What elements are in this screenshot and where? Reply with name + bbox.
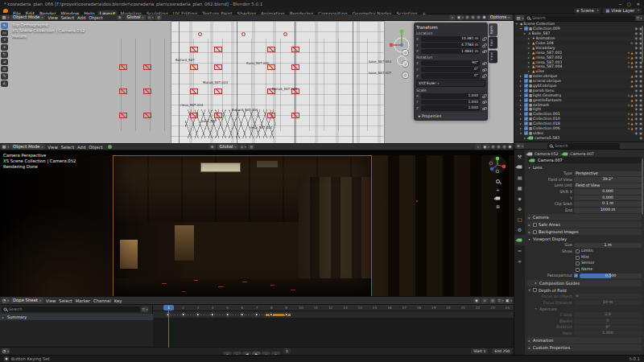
orientation-globe-icon[interactable]: ⊕: [117, 14, 123, 20]
checkbox-checked[interactable]: ✓: [524, 27, 528, 31]
value-blades[interactable]: 0: [574, 319, 642, 324]
menu-view[interactable]: View: [46, 15, 60, 20]
data-name-field[interactable]: Camera.007: [527, 157, 642, 163]
lock-icon[interactable]: [482, 69, 485, 72]
hide-viewport-icon[interactable]: ◉: [634, 27, 638, 31]
proportional-edit-icon[interactable]: ◎: [248, 144, 254, 150]
menu-add[interactable]: Add: [76, 15, 87, 20]
scale-x-field[interactable]: 1.000: [421, 93, 480, 99]
hide-viewport-icon[interactable]: ◉: [634, 117, 638, 121]
expand-icon[interactable]: ▸: [520, 117, 523, 121]
frame-start-field[interactable]: Start 1: [471, 348, 488, 354]
slider-passepartout[interactable]: 0.500: [580, 274, 642, 279]
checkbox-checked[interactable]: ✓: [524, 103, 528, 107]
checkbox-checked[interactable]: ✓: [524, 117, 528, 121]
value-y[interactable]: 0.000: [574, 195, 642, 201]
snap-magnet-icon[interactable]: ∪: [240, 144, 246, 150]
value-end[interactable]: 1000 m: [574, 208, 642, 213]
disable-render-icon[interactable]: ▣: [639, 126, 642, 130]
hide-viewport-icon[interactable]: ◉: [634, 69, 638, 73]
dope-sheet-mode-dropdown[interactable]: Dope Sheet: [10, 298, 43, 303]
properties-tab-constraints[interactable]: ∞: [514, 256, 525, 266]
editor-type-icon[interactable]: ≡: [516, 143, 524, 149]
expand-icon[interactable]: ▸: [528, 36, 531, 40]
material-preview-icon[interactable]: [108, 145, 112, 149]
value-clip-start[interactable]: 0.1 m: [574, 201, 642, 207]
shading-wireframe-icon[interactable]: [465, 15, 469, 19]
view-options-icon[interactable]: ▣: [506, 298, 512, 303]
transform-panel-title[interactable]: Transform: [416, 25, 485, 30]
editor-type-icon[interactable]: ▤: [516, 15, 524, 21]
outliner-scrollbar[interactable]: [642, 26, 643, 63]
checkbox-checked[interactable]: ✓: [524, 126, 528, 130]
pan-icon[interactable]: +: [496, 187, 500, 192]
lock-icon[interactable]: [482, 76, 485, 78]
outliner-row-camera5-583[interactable]: ▸camera5.583◉: [514, 135, 644, 140]
disable-render-icon[interactable]: ▣: [639, 79, 642, 83]
editor-type-icon[interactable]: ◔: [2, 298, 10, 303]
checkbox-checked[interactable]: ✓: [524, 88, 528, 93]
disable-render-icon[interactable]: ▣: [639, 88, 642, 93]
tool-cursor[interactable]: ⌖: [1, 37, 8, 43]
close-button[interactable]: ✕: [637, 2, 640, 6]
timeline-editor-icon[interactable]: ◔: [2, 348, 10, 354]
breadcrumb-data[interactable]: Camera.007: [570, 152, 594, 156]
snap-magnet-icon[interactable]: ∪: [147, 14, 154, 20]
expand-icon[interactable]: ▸: [520, 112, 523, 116]
viewport-top-orthographic[interactable]: ▦ Object Mode ViewSelectAddObject ⊕ Glob…: [0, 14, 514, 143]
checkbox-checked[interactable]: ✓: [524, 107, 528, 111]
editor-type-icon[interactable]: ▦: [2, 144, 10, 150]
tool-scale[interactable]: ⊿: [1, 59, 8, 65]
hide-viewport-icon[interactable]: ◉: [634, 46, 638, 50]
dropdown-type[interactable]: Perspective: [574, 171, 642, 177]
expand-icon[interactable]: ▸: [524, 31, 527, 35]
tool-move[interactable]: +: [1, 44, 8, 51]
hide-viewport-icon[interactable]: ◉: [634, 112, 638, 116]
tool-select-box[interactable]: ▭: [1, 30, 8, 36]
transform-orientation-dropdown[interactable]: Global: [125, 14, 147, 20]
orientation-globe-icon[interactable]: ⊕: [209, 144, 216, 150]
maximize-button[interactable]: ▢: [627, 2, 631, 6]
expand-icon[interactable]: ▸: [520, 93, 523, 97]
panel-camera[interactable]: ▸Camera: [527, 214, 642, 220]
expand-icon[interactable]: ▸: [520, 79, 523, 83]
lamp-widget[interactable]: [402, 72, 408, 78]
menu-channel[interactable]: Channel: [92, 298, 113, 303]
mode-dropdown[interactable]: Object Mode: [10, 14, 45, 20]
checkbox-unchecked[interactable]: [576, 249, 580, 253]
playhead-frame-label[interactable]: 1: [163, 305, 174, 311]
properties-tab-scene[interactable]: ◈: [514, 193, 525, 204]
checkbox-unchecked[interactable]: [533, 288, 537, 292]
tool-tweak[interactable]: ↖: [1, 23, 8, 29]
checkbox-unchecked[interactable]: [576, 268, 580, 272]
panel-depth-of-field[interactable]: ▾Depth of Field: [527, 287, 642, 294]
panel-lens[interactable]: ▾Lens: [527, 164, 642, 171]
perspective-toggle-icon[interactable]: ⊞: [496, 204, 500, 209]
panel-viewport-display[interactable]: ▾Viewport Display: [527, 236, 642, 242]
expand-icon[interactable]: ▸: [520, 103, 523, 107]
checkbox-checked[interactable]: ✓: [524, 74, 528, 78]
move-gizmo[interactable]: [388, 27, 415, 66]
checkbox-checked[interactable]: ✓: [524, 93, 528, 97]
disable-render-icon[interactable]: ▣: [639, 121, 642, 125]
panel-background-images[interactable]: ▸Background Images: [527, 228, 642, 235]
camera-view-frame[interactable]: [113, 155, 372, 296]
disable-render-icon[interactable]: ▣: [639, 107, 642, 111]
lock-icon[interactable]: [482, 51, 485, 53]
n-panel-tab-tool[interactable]: Tool: [489, 37, 497, 49]
properties-editor[interactable]: ≡ Search ⚒▤▦◈⊕▢⚙≈∞ Camera.052 › Camera.0…: [514, 142, 644, 355]
proportional-icon[interactable]: ◎: [489, 298, 496, 303]
properties-tab-physics[interactable]: ≈: [514, 245, 525, 256]
disable-render-icon[interactable]: ▣: [639, 112, 642, 116]
checkbox-checked[interactable]: ✓: [574, 274, 578, 278]
editor-type-icon[interactable]: ▦: [2, 14, 10, 20]
minimize-button[interactable]: ─: [619, 2, 621, 6]
expand-icon[interactable]: ▸: [528, 56, 531, 60]
checkbox-unchecked[interactable]: [533, 223, 537, 227]
shading-solid-icon[interactable]: [497, 145, 501, 149]
hide-viewport-icon[interactable]: ◉: [639, 136, 642, 140]
check-name[interactable]: Name: [574, 267, 642, 273]
lock-icon[interactable]: [482, 45, 485, 47]
properties-tab-world[interactable]: ⊕: [514, 204, 525, 214]
summary-channel[interactable]: ▸ Summary: [0, 314, 153, 320]
